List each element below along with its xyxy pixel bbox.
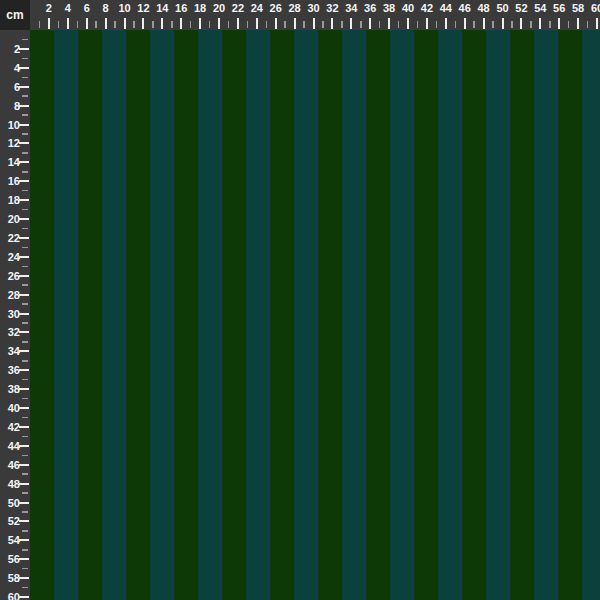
minor-tick	[209, 21, 211, 28]
ruler-label: 58	[572, 2, 584, 15]
ruler-label: 4	[65, 2, 71, 15]
minor-tick	[266, 21, 268, 28]
ruler-label: 52	[515, 2, 527, 15]
major-tick	[19, 577, 29, 579]
ruler-label: 42	[421, 2, 433, 15]
minor-tick	[114, 21, 116, 28]
major-tick	[275, 18, 277, 29]
pattern-canvas[interactable]	[30, 30, 600, 600]
major-tick	[19, 445, 29, 447]
major-tick	[48, 18, 50, 29]
major-tick	[407, 18, 409, 29]
major-tick	[369, 18, 371, 29]
major-tick	[19, 67, 29, 69]
vertical-ruler: 2468101214161820222426283032343638404244…	[0, 30, 30, 600]
major-tick	[67, 18, 69, 29]
major-tick	[19, 180, 29, 182]
minor-tick	[22, 360, 28, 362]
major-tick	[19, 520, 29, 522]
minor-tick	[22, 190, 28, 192]
major-tick	[19, 199, 29, 201]
minor-tick	[22, 473, 28, 475]
minor-tick	[360, 21, 362, 28]
minor-tick	[530, 21, 532, 28]
ruler-label: 12	[137, 2, 149, 15]
major-tick	[19, 464, 29, 466]
major-tick	[19, 369, 29, 371]
minor-tick	[22, 455, 28, 457]
major-tick	[19, 539, 29, 541]
major-tick	[19, 275, 29, 277]
minor-tick	[95, 21, 97, 28]
minor-tick	[22, 247, 28, 249]
ruler-label: 60	[591, 2, 600, 15]
ruler-label: 24	[251, 2, 263, 15]
major-tick	[19, 124, 29, 126]
ruler-label: 28	[288, 2, 300, 15]
minor-tick	[22, 341, 28, 343]
minor-tick	[492, 21, 494, 28]
major-tick	[19, 237, 29, 239]
major-tick	[19, 426, 29, 428]
major-tick	[19, 407, 29, 409]
minor-tick	[247, 21, 249, 28]
ruler-label: 40	[402, 2, 414, 15]
major-tick	[19, 502, 29, 504]
ruler-corner: cm	[0, 0, 30, 30]
minor-tick	[22, 549, 28, 551]
horizontal-ruler: 2468101214161820222426283032343638404244…	[30, 0, 600, 30]
ruler-label: 18	[194, 2, 206, 15]
major-tick	[483, 18, 485, 29]
major-tick	[19, 313, 29, 315]
major-tick	[19, 558, 29, 560]
ruler-label: 6	[84, 2, 90, 15]
minor-tick	[22, 228, 28, 230]
ruler-label: 32	[326, 2, 338, 15]
major-tick	[19, 596, 29, 598]
major-tick	[350, 18, 352, 29]
major-tick	[331, 18, 333, 29]
major-tick	[180, 18, 182, 29]
ruler-label: 16	[175, 2, 187, 15]
minor-tick	[22, 417, 28, 419]
major-tick	[256, 18, 258, 29]
minor-tick	[77, 21, 79, 28]
major-tick	[19, 86, 29, 88]
ruler-label: 20	[213, 2, 225, 15]
ruler-label: 30	[307, 2, 319, 15]
minor-tick	[473, 21, 475, 28]
minor-tick	[322, 21, 324, 28]
major-tick	[294, 18, 296, 29]
minor-tick	[22, 303, 28, 305]
minor-tick	[22, 114, 28, 116]
minor-tick	[58, 21, 60, 28]
ruler-label: 36	[364, 2, 376, 15]
minor-tick	[22, 587, 28, 589]
major-tick	[558, 18, 560, 29]
minor-tick	[398, 21, 400, 28]
major-tick	[19, 256, 29, 258]
ruler-label: 50	[496, 2, 508, 15]
minor-tick	[22, 152, 28, 154]
ruler-unit-label: cm	[6, 8, 23, 22]
minor-tick	[22, 77, 28, 79]
ruler-label: 44	[440, 2, 452, 15]
minor-tick	[22, 379, 28, 381]
minor-tick	[341, 21, 343, 28]
major-tick	[520, 18, 522, 29]
major-tick	[426, 18, 428, 29]
ruler-label: 2	[46, 2, 52, 15]
major-tick	[161, 18, 163, 29]
major-tick	[19, 294, 29, 296]
ruler-label: 38	[383, 2, 395, 15]
major-tick	[19, 142, 29, 144]
ruler-label: 14	[156, 2, 168, 15]
minor-tick	[549, 21, 551, 28]
minor-tick	[568, 21, 570, 28]
minor-tick	[190, 21, 192, 28]
major-tick	[142, 18, 144, 29]
minor-tick	[436, 21, 438, 28]
minor-tick	[22, 436, 28, 438]
ruler-label: 48	[477, 2, 489, 15]
major-tick	[19, 350, 29, 352]
